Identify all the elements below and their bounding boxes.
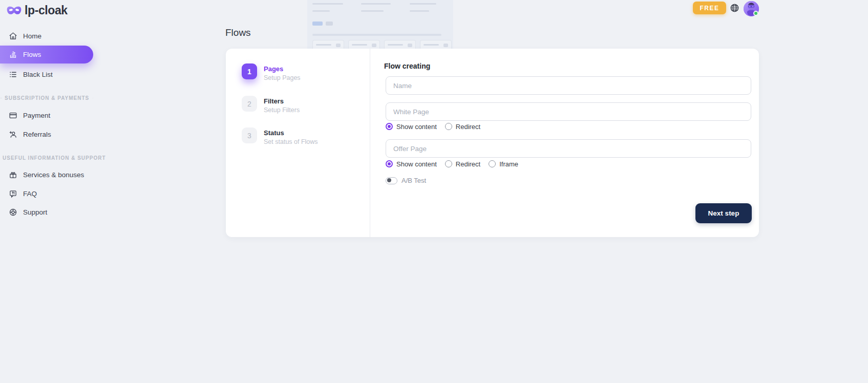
radio-white-show-content[interactable]: Show content <box>386 123 437 131</box>
sidebar-item-payment[interactable]: Payment <box>0 107 93 123</box>
ghost-bar <box>312 10 330 12</box>
offer-page-mode-radios: Show content Redirect Iframe <box>386 160 518 168</box>
sidebar-item-label: Black List <box>23 71 53 78</box>
sidebar-item-label: Services & bonuses <box>23 171 84 179</box>
step-subtitle: Setup Filters <box>264 107 300 114</box>
sidebar-section-header-subscription: SUBSCRIPTION & PAYMENTS <box>0 95 93 101</box>
radio-icon <box>386 123 393 130</box>
ghost-chip <box>326 22 333 26</box>
radio-icon <box>489 160 496 167</box>
step-number-badge: 1 <box>242 63 257 79</box>
sidebar-item-black-list[interactable]: Black List <box>0 66 93 82</box>
sidebar-item-label: Payment <box>23 112 50 119</box>
next-step-button[interactable]: Next step <box>695 203 752 223</box>
gift-icon <box>9 171 17 179</box>
ghost-bar <box>361 10 384 12</box>
white-page-input[interactable] <box>386 102 751 121</box>
page-title: Flows <box>225 27 251 38</box>
radio-icon <box>386 160 393 167</box>
sidebar: lp-cloak Home Flows Black List SUBSCRIPT… <box>0 0 102 383</box>
referral-user-icon <box>9 130 17 139</box>
ghost-bar <box>312 3 343 5</box>
home-icon <box>9 32 17 40</box>
sidebar-item-referrals[interactable]: Referrals <box>0 126 93 142</box>
ab-test-toggle[interactable] <box>386 177 397 184</box>
sidebar-item-support[interactable]: Support <box>0 204 93 220</box>
step-subtitle: Setup Pages <box>264 74 301 81</box>
sidebar-item-label: Home <box>23 32 41 40</box>
radio-offer-iframe[interactable]: Iframe <box>489 160 518 168</box>
sidebar-item-services-bonuses[interactable]: Services & bonuses <box>0 166 93 183</box>
stepper-step-filters[interactable]: 2 Filters Setup Filters <box>242 96 300 114</box>
step-title: Pages <box>264 65 301 73</box>
mask-logo-icon <box>7 5 22 16</box>
sidebar-item-label: FAQ <box>23 190 37 198</box>
step-title: Filters <box>264 97 300 105</box>
list-icon <box>9 70 17 79</box>
app-screen: LPSPY lpspy.webstick.com.ua lp-cloak Hom… <box>0 0 868 383</box>
step-number-badge: 2 <box>242 96 257 112</box>
sidebar-section-header-support: USEFUL INFORMATION & SUPPORT <box>0 155 93 161</box>
sidebar-item-label: Support <box>23 208 47 216</box>
radio-white-redirect[interactable]: Redirect <box>445 123 480 131</box>
ghost-bar <box>410 10 429 12</box>
app-logo-text: lp-cloak <box>25 4 68 17</box>
radio-icon <box>445 123 452 130</box>
ghost-bar <box>361 3 391 5</box>
globe-icon[interactable] <box>730 3 739 13</box>
white-page-mode-radios: Show content Redirect <box>386 122 480 131</box>
sidebar-item-home[interactable]: Home <box>0 28 93 44</box>
credit-card-icon <box>9 111 17 120</box>
flows-stack-icon <box>9 50 17 59</box>
ab-test-label: A/B Test <box>401 177 426 184</box>
step-number-badge: 3 <box>242 127 257 143</box>
stepper-step-status[interactable]: 3 Status Set status of Flows <box>242 127 318 145</box>
sidebar-item-faq[interactable]: FAQ <box>0 185 93 202</box>
ghost-bar <box>410 3 436 5</box>
app-logo[interactable]: lp-cloak <box>7 4 68 17</box>
step-title: Status <box>264 129 318 137</box>
flow-creating-card: 1 Pages Setup Pages 2 Filters Setup Filt… <box>226 49 759 237</box>
radio-offer-show-content[interactable]: Show content <box>386 160 437 168</box>
stepper-step-pages[interactable]: 1 Pages Setup Pages <box>242 63 301 81</box>
flow-name-input[interactable] <box>386 76 751 95</box>
plan-badge[interactable]: FREE <box>693 2 726 14</box>
sidebar-item-flows[interactable]: Flows <box>0 46 93 63</box>
radio-icon <box>445 160 452 167</box>
ghost-chip <box>312 22 323 26</box>
radio-offer-redirect[interactable]: Redirect <box>445 160 480 168</box>
online-status-dot <box>753 11 758 16</box>
form-title: Flow creating <box>384 62 430 70</box>
sidebar-item-label: Flows <box>23 51 41 58</box>
offer-page-input[interactable] <box>386 139 751 158</box>
ab-test-row: A/B Test <box>386 177 426 184</box>
step-subtitle: Set status of Flows <box>264 138 318 145</box>
faq-bubble-icon <box>9 189 17 198</box>
support-buoy-icon <box>9 208 17 217</box>
ghost-bar <box>312 34 441 36</box>
sidebar-item-label: Referrals <box>23 131 51 138</box>
card-divider <box>370 49 370 237</box>
